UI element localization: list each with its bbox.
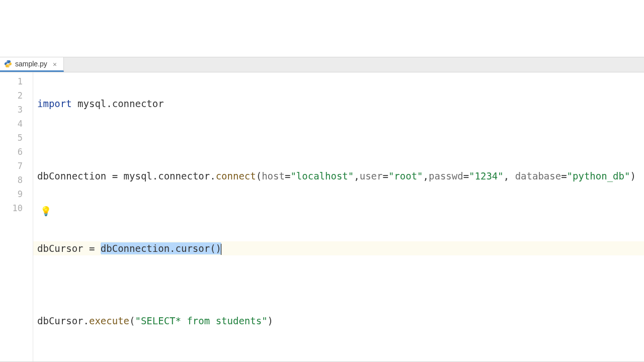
code-line bbox=[33, 350, 644, 362]
tab-filename: sample.py bbox=[15, 60, 47, 68]
line-number-gutter: 1 2 3 4 5 6 7 8 9 10 bbox=[0, 72, 33, 361]
code-line bbox=[33, 278, 644, 292]
line-number: 6 bbox=[0, 145, 33, 159]
close-icon[interactable]: ✕ bbox=[51, 60, 58, 67]
code-line: import mysql.connector bbox=[33, 97, 644, 111]
line-number: 2 bbox=[0, 88, 33, 103]
line-number: 3 bbox=[0, 103, 33, 117]
code-editor[interactable]: 1 2 3 4 5 6 7 8 9 10 import mysql.connec… bbox=[0, 72, 644, 362]
text-selection: dbConnection.cursor() bbox=[101, 242, 221, 254]
code-line bbox=[33, 133, 644, 147]
line-number: 9 bbox=[0, 187, 33, 201]
editor-tab-bar: sample.py ✕ bbox=[0, 57, 644, 72]
line-number: 8 bbox=[0, 173, 33, 187]
code-line: dbConnection = mysql.connector.connect(h… bbox=[33, 169, 644, 183]
toolbar-area bbox=[0, 0, 644, 57]
line-number: 10 bbox=[0, 201, 33, 215]
text-cursor bbox=[221, 244, 221, 255]
file-tab-sample-py[interactable]: sample.py ✕ bbox=[0, 57, 64, 72]
code-content[interactable]: import mysql.connector dbConnection = my… bbox=[33, 72, 644, 361]
svg-point-1 bbox=[9, 66, 9, 67]
line-number: 7 bbox=[0, 159, 33, 173]
svg-point-0 bbox=[7, 61, 7, 61]
intention-bulb-icon[interactable]: 💡 bbox=[40, 207, 51, 216]
python-file-icon bbox=[4, 60, 12, 68]
line-number: 1 bbox=[0, 74, 33, 88]
line-number: 5 bbox=[0, 131, 33, 145]
code-line: 💡 bbox=[33, 205, 644, 219]
code-line-current: dbCursor = dbConnection.cursor() bbox=[33, 241, 644, 255]
code-line: dbCursor.execute("SELECT* from students"… bbox=[33, 314, 644, 328]
line-number: 4 bbox=[0, 117, 33, 131]
